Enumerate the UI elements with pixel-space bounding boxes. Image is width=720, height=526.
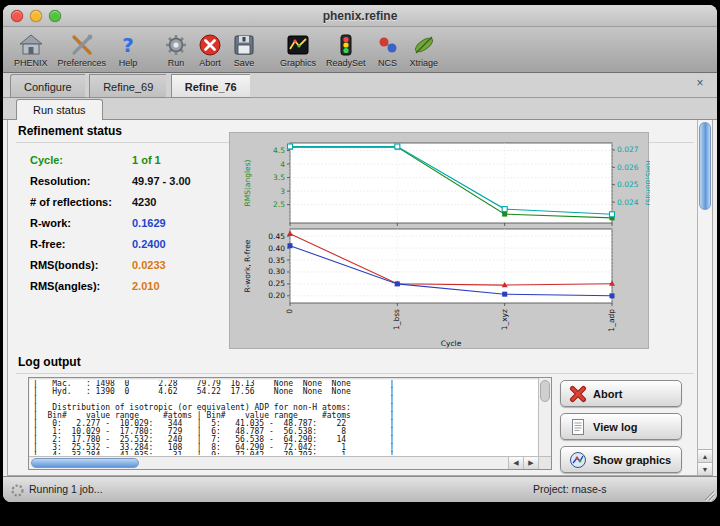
- stat-value: 4230: [132, 196, 156, 208]
- toolbar-label: Save: [234, 58, 255, 68]
- close-tab-icon[interactable]: ×: [693, 77, 707, 91]
- stat-label: RMS(bonds):: [30, 259, 132, 271]
- stat-label: # of reflections:: [30, 196, 132, 208]
- view-log-button[interactable]: View log: [560, 413, 682, 440]
- toolbar-label: Run: [168, 58, 185, 68]
- scrollbar-arrows: ◀▶: [508, 457, 538, 469]
- stat-label: R-work:: [30, 217, 132, 229]
- preferences-icon: [70, 33, 94, 57]
- toolbar-button-graphics[interactable]: Graphics: [275, 32, 321, 69]
- svg-text:4.5: 4.5: [273, 146, 285, 155]
- view-log-button-label: View log: [593, 421, 637, 433]
- main-scrollbar[interactable]: ▲ ▼: [697, 120, 712, 475]
- stat-label: R-free:: [30, 238, 132, 250]
- resize-grip[interactable]: [702, 487, 715, 500]
- svg-text:R-work, R-free: R-work, R-free: [243, 239, 252, 292]
- toolbar: PHENIX Preferences ? Help Run Abort Save…: [3, 27, 717, 73]
- stat-value: 0.2400: [132, 238, 166, 250]
- toolbar-button-phenix[interactable]: PHENIX: [9, 32, 53, 69]
- window-title: phenix.refine: [3, 5, 717, 27]
- title-bar[interactable]: phenix.refine: [3, 5, 717, 27]
- log-horizontal-scrollbar[interactable]: ◀▶: [29, 456, 538, 469]
- stat-value: 49.97 - 3.00: [132, 175, 191, 187]
- stat-row-cycle: Cycle:1 of 1: [30, 154, 191, 175]
- phenix-home-icon: [19, 33, 43, 57]
- toolbar-button-run[interactable]: Run: [159, 32, 193, 69]
- subtab-bar: [3, 98, 717, 120]
- scrollbar-thumb[interactable]: [31, 458, 139, 468]
- scroll-up-arrow[interactable]: ▲: [698, 449, 712, 462]
- toolbar-button-save[interactable]: Save: [227, 32, 261, 69]
- toolbar-label: PHENIX: [14, 58, 48, 68]
- toolbar-label: Preferences: [58, 58, 107, 68]
- tab-refine-76[interactable]: Refine_76: [171, 74, 250, 98]
- close-window-button[interactable]: [11, 10, 23, 22]
- svg-text:0.024: 0.024: [617, 198, 639, 207]
- log-output-heading: Log output: [16, 352, 694, 374]
- toolbar-button-help[interactable]: ? Help: [111, 32, 145, 69]
- tab-bar: Configure Refine_69 Refine_76 ×: [3, 73, 717, 98]
- tab-configure[interactable]: Configure: [10, 74, 85, 98]
- scrollbar-corner: [538, 456, 551, 469]
- svg-text:0.025: 0.025: [617, 180, 639, 189]
- scrollbar-arrows: ▲ ▼: [698, 449, 712, 475]
- log-text: | Mac. : 1498 0 2.28 79.79 16.13 None No…: [33, 380, 537, 455]
- toolbar-button-preferences[interactable]: Preferences: [53, 32, 112, 69]
- document-icon: [569, 418, 587, 436]
- show-graphics-button[interactable]: Show graphics: [560, 446, 682, 473]
- toolbar-button-xtriage[interactable]: Xtriage: [405, 32, 444, 69]
- svg-text:2.5: 2.5: [273, 200, 285, 209]
- scroll-left-arrow[interactable]: ◀: [508, 457, 523, 469]
- log-output[interactable]: | Mac. : 1498 0 2.28 79.79 16.13 None No…: [28, 377, 552, 470]
- stat-row-resolution: Resolution:49.97 - 3.00: [30, 175, 191, 196]
- toolbar-label: Xtriage: [410, 58, 439, 68]
- toolbar-label: Abort: [199, 58, 221, 68]
- svg-text:0.45: 0.45: [268, 232, 285, 241]
- status-message: Running 1 job...: [29, 483, 103, 495]
- tab-refine-69[interactable]: Refine_69: [89, 74, 166, 98]
- xtriage-leaf-icon: [412, 33, 436, 57]
- svg-text:1_xyz: 1_xyz: [500, 309, 509, 330]
- toolbar-button-abort[interactable]: Abort: [193, 32, 227, 69]
- toolbar-button-readyset[interactable]: ReadySet: [321, 32, 371, 69]
- stat-row-rms-bonds: RMS(bonds):0.0233: [30, 259, 191, 280]
- toolbar-label: Help: [119, 58, 138, 68]
- phenix-refine-window: phenix.refine PHENIX Preferences ? Help …: [3, 5, 717, 502]
- scroll-down-arrow[interactable]: ▼: [698, 462, 712, 475]
- abort-icon: [198, 33, 222, 57]
- scrollbar-thumb[interactable]: [540, 380, 550, 402]
- stat-row-reflections: # of reflections:4230: [30, 196, 191, 217]
- svg-text:0.026: 0.026: [617, 163, 639, 172]
- scrollbar-thumb[interactable]: [699, 122, 711, 210]
- scroll-right-arrow[interactable]: ▶: [523, 457, 538, 469]
- log-vertical-scrollbar[interactable]: [538, 378, 551, 456]
- svg-text:4: 4: [280, 160, 285, 169]
- toolbar-label: NCS: [378, 58, 397, 68]
- svg-text:3.5: 3.5: [273, 173, 285, 182]
- window-controls: [11, 10, 61, 22]
- svg-text:0.35: 0.35: [268, 256, 285, 265]
- svg-text:RMS(angles): RMS(angles): [243, 159, 252, 206]
- abort-button[interactable]: Abort: [560, 380, 682, 407]
- status-bar: Running 1 job... Project: rnase-s: [3, 476, 717, 502]
- svg-text:0.40: 0.40: [268, 244, 285, 253]
- refinement-stats: Cycle:1 of 1 Resolution:49.97 - 3.00 # o…: [30, 154, 191, 301]
- minimize-window-button[interactable]: [30, 10, 42, 22]
- stat-value: 2.010: [132, 280, 160, 292]
- progress-spinner-icon: [11, 483, 24, 496]
- toolbar-button-ncs[interactable]: NCS: [371, 32, 405, 69]
- graph-icon: [569, 451, 587, 469]
- zoom-window-button[interactable]: [49, 10, 61, 22]
- refinement-chart: 2.533.544.50.0240.0250.0260.027RMS(angle…: [229, 132, 649, 349]
- chart-plot-area: 2.533.544.50.0240.0250.0260.027RMS(angle…: [230, 133, 648, 350]
- tab-run-status[interactable]: Run status: [16, 99, 103, 120]
- traffic-light-icon: [334, 33, 358, 57]
- project-label: Project: rnase-s: [533, 483, 607, 495]
- stat-row-rfree: R-free:0.2400: [30, 238, 191, 259]
- svg-text:0: 0: [285, 309, 294, 314]
- graphics-icon: [286, 33, 310, 57]
- toolbar-label: ReadySet: [326, 58, 366, 68]
- stat-value: 0.1629: [132, 217, 166, 229]
- svg-text:?: ?: [122, 33, 134, 57]
- help-icon: ?: [116, 33, 140, 57]
